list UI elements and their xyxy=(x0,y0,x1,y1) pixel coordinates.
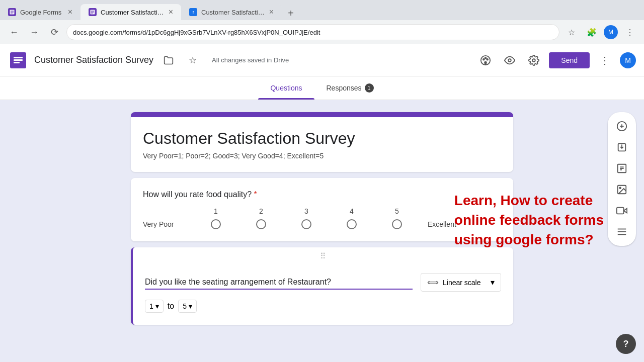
linear-scale-widget: 1 2 3 4 5 Very Poor xyxy=(143,207,501,229)
svg-point-19 xyxy=(533,59,536,62)
scale-num-4: 4 xyxy=(329,207,374,215)
from-dropdown-icon: ▾ xyxy=(155,302,159,310)
bookmark-star-icon[interactable]: ☆ xyxy=(564,24,580,40)
to-label: to xyxy=(168,302,174,311)
add-question-button[interactable] xyxy=(612,116,632,136)
scale-left-label: Very Poor xyxy=(143,220,193,228)
tab-responses[interactable]: Responses 1 xyxy=(314,76,386,100)
scale-num-3: 3 xyxy=(284,207,329,215)
saved-status-text: All changes saved in Drive xyxy=(212,56,289,64)
profile-avatar[interactable]: M xyxy=(604,25,618,39)
tab-bar: Google Forms × Customer Satisfaction Sur… xyxy=(0,0,644,20)
preview-eye-icon[interactable] xyxy=(501,51,519,69)
svg-point-18 xyxy=(509,59,512,62)
refresh-button[interactable]: ⟳ xyxy=(46,24,62,40)
send-button[interactable]: Send xyxy=(549,52,590,68)
question-type-dropdown[interactable]: ⟺ Linear scale ▾ xyxy=(421,273,501,292)
questions-tab-label: Questions xyxy=(270,84,302,92)
scale-num-2: 2 xyxy=(238,207,284,215)
browser-tab-2[interactable]: Customer Satisfaction Survey - G... × xyxy=(80,4,181,20)
dropdown-arrow-icon: ▾ xyxy=(491,278,495,287)
user-avatar[interactable]: M xyxy=(620,52,636,68)
add-image-button[interactable] xyxy=(612,179,632,200)
app-header: Customer Satisfaction Survey ☆ All chang… xyxy=(0,44,644,76)
add-section-button[interactable] xyxy=(612,222,632,242)
tab2-close[interactable]: × xyxy=(169,8,173,17)
import-questions-button[interactable] xyxy=(612,137,632,157)
tab3-close[interactable]: × xyxy=(269,8,274,17)
help-button[interactable]: ? xyxy=(616,334,636,354)
tab1-close[interactable]: × xyxy=(68,8,72,17)
add-title-button[interactable] xyxy=(612,158,632,178)
form-title: Customer Satisfaction Survey xyxy=(143,129,501,148)
browser-tab-1[interactable]: Google Forms × xyxy=(0,4,80,20)
svg-point-30 xyxy=(619,187,621,189)
settings-gear-icon[interactable] xyxy=(525,51,543,69)
browser-menu-button[interactable]: ⋮ xyxy=(622,24,638,40)
svg-rect-5 xyxy=(91,11,94,12)
app-title: Customer Satisfaction Survey xyxy=(34,55,153,65)
address-bar[interactable]: docs.google.com/forms/d/1pDc6ggHj9xGSrb7… xyxy=(66,24,559,40)
extension-puzzle-icon[interactable]: 🧩 xyxy=(584,24,600,40)
question-1-card: How will you rate food quality? * 1 2 3 … xyxy=(131,178,513,241)
svg-rect-7 xyxy=(91,13,93,14)
scale-range: 1 ▾ to 5 ▾ xyxy=(145,300,501,313)
more-options-button[interactable]: ⋮ xyxy=(596,51,614,69)
nav-bar: ← → ⟳ docs.google.com/forms/d/1pDc6ggHj9… xyxy=(0,20,644,44)
radio-5[interactable] xyxy=(392,219,402,229)
question-1-text: How will you rate food quality? * xyxy=(143,190,501,199)
svg-rect-3 xyxy=(11,13,13,14)
radio-4[interactable] xyxy=(347,219,357,229)
title-card: Customer Satisfaction Survey Very Poor=1… xyxy=(131,112,513,172)
main-content: Customer Satisfaction Survey Very Poor=1… xyxy=(0,100,644,361)
back-button[interactable]: ← xyxy=(6,24,22,40)
forward-button[interactable]: → xyxy=(26,24,42,40)
svg-rect-32 xyxy=(617,208,624,214)
browser-chrome: Google Forms × Customer Satisfaction Sur… xyxy=(0,0,644,44)
folder-icon[interactable] xyxy=(159,51,178,69)
type-label: Linear scale xyxy=(443,279,481,287)
app-logo xyxy=(8,50,28,70)
scale-num-5: 5 xyxy=(374,207,420,215)
svg-point-17 xyxy=(487,58,489,60)
svg-rect-1 xyxy=(11,11,14,12)
add-video-button[interactable] xyxy=(612,201,632,221)
radio-3[interactable] xyxy=(301,219,311,229)
question-2-input[interactable] xyxy=(145,276,413,290)
radio-1[interactable] xyxy=(211,219,221,229)
question-2-card: ⠿ ⟺ Linear scale ▾ 1 ▾ to xyxy=(131,247,513,325)
scale-from-select[interactable]: 1 ▾ xyxy=(145,300,164,313)
required-star: * xyxy=(252,190,257,199)
new-tab-button[interactable]: + xyxy=(284,6,298,20)
svg-rect-11 xyxy=(14,57,23,58)
side-toolbar xyxy=(608,112,636,246)
scale-num-1: 1 xyxy=(193,207,238,215)
tab2-label: Customer Satisfaction Survey - G... xyxy=(101,9,165,16)
browser-tab-3[interactable]: f Customer Satisfaction Survey × xyxy=(181,4,282,20)
form-area: Customer Satisfaction Survey Very Poor=1… xyxy=(131,112,513,349)
address-text: docs.google.com/forms/d/1pDc6ggHj9xGSrb7… xyxy=(73,29,320,36)
scale-to-select[interactable]: 5 ▾ xyxy=(178,300,197,313)
responses-tab-label: Responses xyxy=(327,84,362,92)
svg-rect-2 xyxy=(11,12,14,13)
form-tabs: Questions Responses 1 xyxy=(0,76,644,100)
svg-rect-13 xyxy=(14,62,20,63)
svg-point-16 xyxy=(485,57,487,59)
to-dropdown-icon: ▾ xyxy=(189,302,192,310)
scale-right-label: Excellent xyxy=(428,220,478,228)
palette-icon[interactable] xyxy=(476,51,495,69)
tab3-label: Customer Satisfaction Survey xyxy=(201,9,265,16)
form-description: Very Poor=1; Poor=2; Good=3; Very Good=4… xyxy=(143,152,501,160)
star-favorite-icon[interactable]: ☆ xyxy=(184,51,202,69)
tab-questions[interactable]: Questions xyxy=(258,76,314,100)
drag-handle[interactable]: ⠿ xyxy=(133,247,513,265)
tab1-label: Google Forms xyxy=(20,9,64,16)
radio-2[interactable] xyxy=(256,219,266,229)
svg-rect-12 xyxy=(14,59,23,61)
svg-marker-31 xyxy=(624,208,627,213)
svg-rect-6 xyxy=(91,12,94,13)
responses-badge: 1 xyxy=(365,83,374,93)
svg-point-15 xyxy=(483,58,485,60)
